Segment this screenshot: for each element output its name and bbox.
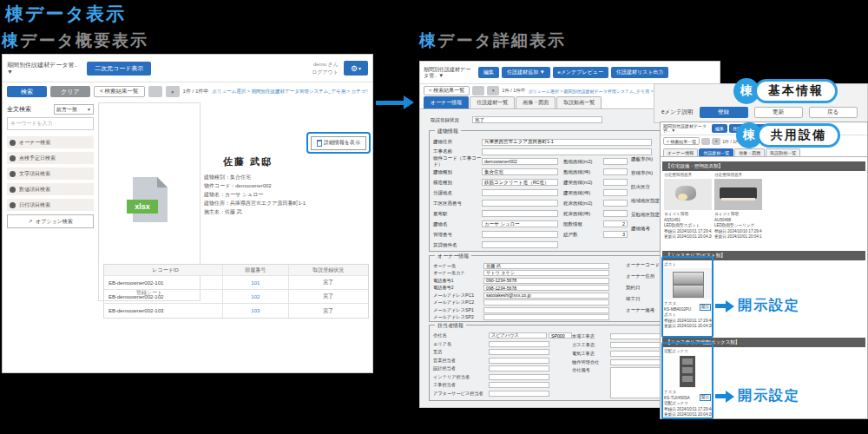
field-input[interactable] [483, 299, 609, 306]
field-input[interactable] [482, 241, 558, 248]
table-row[interactable]: EB-demoowner002-101 101 完了 [104, 276, 368, 290]
field-input[interactable] [610, 342, 661, 348]
sidebar-item[interactable]: 点検予定日検索 [7, 152, 94, 164]
field-input[interactable]: 3 [603, 231, 628, 238]
sidebar-item[interactable]: 数値項目検索 [7, 183, 94, 195]
app-title[interactable]: 期間別住設建材データ管.. ▼ [7, 62, 82, 75]
clear-button[interactable]: クリア [50, 86, 90, 97]
table-row[interactable]: EB-demoowner002-102 102 完了 [104, 290, 368, 304]
back-to-results-button[interactable]: < 検索結果一覧 [424, 86, 470, 95]
pager-prev-button[interactable] [148, 86, 162, 97]
field-input[interactable]: 集合住宅 [482, 168, 558, 175]
pager-prev-button[interactable] [701, 138, 710, 145]
field-input[interactable] [610, 359, 661, 365]
room-number-link[interactable]: 102 [223, 290, 289, 303]
breadcrumb[interactable]: ボリューム選択 > 期間別住設建材データ管理システム_デモ用 > カテゴリなし [212, 89, 368, 95]
field-input[interactable] [603, 210, 628, 217]
tab-owner-info[interactable]: オーナー情報 [663, 148, 698, 156]
pager-dropdown[interactable]: ▼ [166, 86, 180, 97]
field-input[interactable] [489, 382, 549, 388]
edit-button[interactable]: 編集 [478, 67, 499, 78]
search-button[interactable]: 検索 [7, 86, 47, 97]
register-button[interactable]: 登録 [700, 107, 748, 118]
table-row[interactable]: EB-demoowner002-103 103 完了 [104, 304, 368, 318]
back-button[interactable]: 戻る [809, 107, 858, 118]
status-input[interactable]: 完了 [472, 116, 602, 123]
field-input[interactable]: 090-1234-5678 [483, 278, 609, 284]
field-label: 電気工事店 [572, 351, 610, 357]
record-id-cell: EB-demoowner002-101 [104, 276, 223, 289]
tab-manual-videos[interactable]: 取説動画一覧 [556, 96, 602, 108]
settings-button[interactable]: ⚙▾ [344, 61, 368, 76]
keyword-input[interactable]: キーワードを入力 [7, 117, 94, 130]
pager-prev-button[interactable] [472, 86, 484, 95]
sidebar-item[interactable]: オーナー検索 [7, 136, 94, 148]
field-input[interactable] [489, 365, 549, 372]
equipment-list-export-button[interactable]: 住設建材リスト出力 [611, 67, 668, 78]
field-input[interactable]: カーサ シュロー [482, 220, 558, 227]
field-input[interactable] [489, 341, 549, 347]
field-input[interactable] [603, 200, 628, 207]
tab-manual-videos[interactable]: 取説動画一覧 [766, 148, 800, 156]
app-title[interactable]: 期間別住設建材データ管.. ▼ [424, 67, 476, 78]
field-input[interactable] [482, 200, 558, 207]
room-number-link[interactable]: 103 [223, 304, 289, 318]
field-input[interactable] [482, 189, 558, 196]
match-type-select[interactable]: 前方一致 ▼ [54, 104, 94, 115]
field-input[interactable]: 佐藤 武 [483, 263, 609, 269]
pager-dropdown[interactable]: ▼ [712, 138, 720, 145]
tab-owner-info[interactable]: オーナー情報 [424, 96, 469, 108]
ementre-preview-button[interactable]: eメンテプレビュー [553, 67, 608, 78]
field-input[interactable] [603, 179, 628, 186]
back-to-results-button[interactable]: < 検索結果一覧 [663, 137, 700, 145]
field-input[interactable] [610, 351, 661, 357]
field-input[interactable]: 098-1234-5678 [483, 285, 609, 291]
memo-textarea[interactable] [610, 367, 661, 398]
tab-images-drawings[interactable]: 画像・図面 [734, 148, 765, 156]
field-input[interactable] [603, 189, 628, 196]
field-label: 設計担当者 [433, 365, 489, 372]
xlsx-file-icon[interactable]: xlsx [133, 177, 168, 222]
field-input[interactable]: satotakeshi@xxx.co.jp [483, 293, 609, 299]
update-button[interactable]: 更新 [754, 107, 803, 118]
field-extra-input[interactable]: SP000 [549, 332, 572, 339]
field-input[interactable]: 兵庫県西宮市エクア原田番町1-1 [482, 139, 652, 146]
field-input[interactable] [489, 374, 549, 380]
field-input[interactable] [489, 358, 549, 364]
edit-button[interactable]: 編集 [712, 124, 727, 133]
field-input[interactable]: 鉄筋コンクリート造（RC造） [482, 179, 558, 186]
field-label: 延床面積(m2) [563, 201, 603, 207]
tab-equipment-list[interactable]: 住設建材一覧 [699, 148, 733, 156]
pager-dropdown[interactable]: ▼ [487, 86, 499, 95]
sidebar-item[interactable]: 文字項目検索 [7, 168, 94, 180]
field-input[interactable]: サトウ タケシ [483, 270, 609, 276]
field-input[interactable]: 2 [603, 220, 628, 227]
field-input[interactable] [489, 391, 549, 397]
field-input[interactable] [603, 158, 628, 165]
logout-link[interactable]: ログアウト [312, 69, 339, 76]
field-input[interactable] [483, 314, 609, 320]
field-input[interactable] [610, 333, 661, 339]
field-input[interactable] [603, 168, 628, 175]
add-equipment-button[interactable]: 住設建材追加 ▼ [502, 67, 550, 78]
field-label: 階数情報 [563, 221, 603, 227]
field-input[interactable]: demoowner002 [482, 158, 558, 165]
card-updated-date: 更新日 2024/10/01 20:04:13 [714, 234, 762, 240]
show-detail-button[interactable]: 詳細情報を表示 [311, 136, 366, 150]
qr-code-button[interactable]: 二次元コード表示 [87, 62, 151, 76]
field-input[interactable]: スピアハウス [489, 332, 547, 339]
back-to-results-button[interactable]: < 検索結果一覧 [94, 86, 145, 97]
field-input[interactable] [489, 349, 549, 355]
app-title[interactable]: 期間別住設建材データ管.. ▼ [663, 124, 710, 133]
room-number-link[interactable]: 101 [223, 276, 289, 289]
equipment-card[interactable]: 住宅用照明器具 コイズミ照明 AS51451 LED防雨型スポット 登録日 20… [664, 173, 712, 240]
option-search-button[interactable]: ↗ オプション検索 [7, 214, 94, 228]
field-input[interactable] [482, 148, 652, 155]
tab-equipment-list[interactable]: 住設建材一覧 [470, 96, 515, 108]
sidebar-item[interactable]: 日付項目検索 [7, 199, 94, 211]
tab-images-drawings[interactable]: 画像・図面 [516, 96, 556, 108]
field-input[interactable] [482, 231, 558, 238]
field-input[interactable] [482, 210, 558, 217]
field-input[interactable] [483, 307, 609, 313]
equipment-card[interactable]: 住宅用照明器具 コイズミ照明 AU50498 LED防雨型シーリング 登録日 2… [714, 173, 762, 240]
